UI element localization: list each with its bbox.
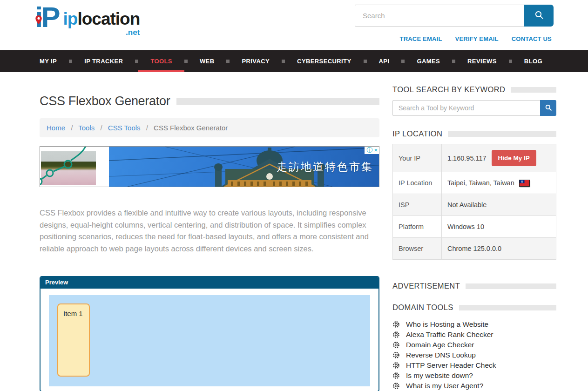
flexbox-preview-container: Item 1 [49,295,370,386]
search-icon [544,103,553,113]
ad-image-landscape [40,147,97,187]
isp-value: Not Available [447,201,487,209]
site-logo[interactable]: iP iplocation .net [35,4,140,36]
site-search-button[interactable] [524,5,554,27]
domain-tools-list: Who is Hosting a Website Alexa Traffic R… [392,319,556,391]
main-navigation: MY IP IP TRACKER TOOLS WEB PRIVACY CYBER… [0,50,588,72]
heading-decor-bar [511,87,556,93]
list-item: Who is Hosting a Website [392,319,556,330]
breadcrumb-separator: / [146,124,148,132]
sidebar: TOOL SEARCH BY KEYWORD IP LOCATION Your … [392,72,556,391]
your-ip-value: 1.160.95.117 [447,155,487,162]
list-item: What is my User Agent? [392,381,556,391]
hide-my-ip-button[interactable]: Hide My IP [492,150,536,166]
table-row: IP Location Taipei, Taiwan, Taiwan [393,172,556,194]
logo-monogram: iP [35,4,63,31]
list-item: Domain Age Checker [392,340,556,350]
nav-item-ip-tracker: IP TRACKER [72,50,138,72]
list-item: HTTP Server Header Check [392,360,556,371]
platform-value: Windows 10 [447,223,484,230]
gear-icon [392,331,400,338]
page-title: CSS Flexbox Generator [40,94,170,108]
ad-image-building: 走訪地道特色市集 ⓘ × [109,147,379,187]
ad-info-icon[interactable]: ⓘ [366,147,372,154]
preview-panel: Preview Item 1 [40,276,379,391]
list-item: Alexa Traffic Rank Checker [392,330,556,340]
trace-email-link[interactable]: TRACE EMAIL [400,35,442,42]
nav-item-blog: BLOG [512,50,554,72]
breadcrumb-separator: / [71,124,73,132]
ad-choices: ⓘ × [365,147,379,154]
breadcrumb-css-tools[interactable]: CSS Tools [108,124,141,132]
ad-route-graphic [40,147,97,187]
site-search [355,5,554,27]
nav-item-reviews: REVIEWS [455,50,512,72]
gear-icon [392,382,400,390]
table-row: Browser Chrome 125.0.0.0 [393,238,556,259]
title-decor-bar [176,98,379,105]
main-column: CSS Flexbox Generator Home / Tools / CSS… [40,72,379,391]
breadcrumb: Home / Tools / CSS Tools / CSS Flexbox G… [40,118,379,137]
list-item: Is my website down? [392,371,556,381]
nav-item-privacy: PRIVACY [230,50,285,72]
nav-item-cybersecurity: CYBERSECURITY [285,50,366,72]
ad-banner[interactable]: 走訪地道特色市集 ⓘ × [40,146,379,187]
ad-caption: 走訪地道特色市集 [277,160,373,174]
tool-search-button[interactable] [540,100,556,116]
heading-decor-bar [466,283,556,289]
preview-panel-title: Preview [41,277,378,289]
nav-item-api: API [367,50,405,72]
logo-wordmark: iplocation .net [63,10,140,36]
list-item: Reverse DNS Lookup [392,350,556,360]
ad-divider [97,147,109,187]
tool-search-heading: TOOL SEARCH BY KEYWORD [392,85,556,94]
breadcrumb-tools[interactable]: Tools [78,124,95,132]
contact-us-link[interactable]: CONTACT US [512,35,552,42]
search-icon [534,9,545,22]
gear-icon [392,372,400,379]
browser-value: Chrome 125.0.0.0 [447,245,501,252]
heading-decor-bar [448,131,556,137]
nav-item-tools: TOOLS [138,50,188,72]
site-header: iP iplocation .net TRACE EMAIL VERIFY EM… [0,0,588,50]
tool-description: CSS Flexbox provides a flexible and intu… [40,207,379,255]
content-area: CSS Flexbox Generator Home / Tools / CSS… [0,72,588,391]
header-quick-links: TRACE EMAIL VERIFY EMAIL CONTACT US [400,35,552,42]
verify-email-link[interactable]: VERIFY EMAIL [455,35,499,42]
nav-item-games: GAMES [405,50,455,72]
taiwan-flag-icon [520,180,529,186]
advertisement-heading: ADVERTISEMENT [392,282,556,290]
ad-close-icon[interactable]: × [374,147,378,154]
heading-decor-bar [459,305,556,310]
location-pin-icon [35,1,42,28]
ip-location-value: Taipei, Taiwan, Taiwan [447,179,514,187]
flexbox-preview-item: Item 1 [57,303,90,377]
table-row: Platform Windows 10 [393,216,556,238]
ip-info-table: Your IP 1.160.95.117 Hide My IP IP Locat… [392,144,556,260]
nav-item-web: WEB [188,50,230,72]
table-row: Your IP 1.160.95.117 Hide My IP [393,144,556,172]
gear-icon [392,341,400,349]
ip-location-heading: IP LOCATION [392,129,556,138]
nav-item-my-ip: MY IP [40,50,72,72]
gear-icon [392,351,400,359]
gear-icon [392,362,400,369]
site-search-input[interactable] [355,5,524,27]
breadcrumb-separator: / [100,124,102,132]
tool-search-input[interactable] [392,100,540,116]
gear-icon [392,321,400,328]
breadcrumb-home[interactable]: Home [47,124,65,132]
domain-tools-heading: DOMAIN TOOLS [392,303,556,312]
table-row: ISP Not Available [393,194,556,216]
breadcrumb-current: CSS Flexbox Generator [154,124,228,132]
